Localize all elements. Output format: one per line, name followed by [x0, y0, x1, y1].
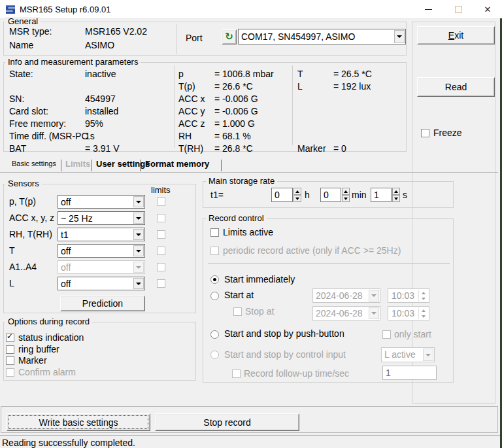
marker-checkbox[interactable] [6, 356, 14, 365]
limits-active-checkbox[interactable] [210, 228, 219, 237]
sn-value: 454997 [85, 94, 116, 104]
accz-label: ACC z [178, 119, 205, 129]
push-button-radio[interactable] [210, 330, 219, 339]
tp-label: T(p) [178, 82, 195, 92]
hours-stepper [293, 188, 301, 202]
free-memory-value: 95% [85, 119, 103, 129]
sensor-l-dropdown[interactable]: off [58, 277, 145, 290]
card-slot-value: installed [85, 107, 118, 116]
tab-basic-settings[interactable]: Basic settings [12, 159, 56, 169]
hours-input[interactable]: 0 [271, 188, 293, 202]
bat-label: BAT [9, 144, 26, 154]
tab-limits: Limits [65, 159, 90, 169]
refresh-port-button[interactable]: ↻ [222, 29, 237, 44]
info-divider-2 [292, 65, 293, 145]
freeze-checkbox[interactable] [421, 129, 429, 137]
info-divider-1 [175, 65, 175, 148]
write-basic-settings-button[interactable]: Write basic settings [7, 413, 150, 431]
sensor-a1a4-limits-checkbox [157, 263, 165, 271]
seconds-input[interactable]: 1 [371, 188, 392, 202]
light-value: = 192 lux [333, 82, 371, 92]
sensor-rh-limits-checkbox [157, 230, 165, 239]
tab-format-memory[interactable]: Format memory [145, 159, 209, 169]
minimize-icon [425, 9, 432, 10]
start-date-value: 2024-06-28 [316, 290, 363, 301]
marker-label: Marker [297, 144, 326, 154]
limits-active-label[interactable]: Limits active [223, 228, 273, 237]
record-control-separator [208, 263, 450, 264]
sensor-t-dropdown-value: off [61, 246, 71, 256]
chevron-down-icon [133, 262, 144, 273]
spin-down-button[interactable] [392, 195, 400, 202]
chevron-down-icon [423, 349, 433, 361]
spin-up-button[interactable] [342, 188, 350, 195]
radio-dot-icon [213, 278, 216, 281]
stop-at-checkbox [233, 307, 242, 316]
sensor-l-limits-checkbox [157, 279, 165, 288]
sensor-acc-dropdown[interactable]: ~ 25 Hz [58, 211, 145, 225]
sensor-l-label: L [9, 279, 14, 288]
status-indication-label[interactable]: status indication [18, 333, 84, 343]
tp-value: = 26.6 *C [214, 82, 253, 92]
close-button[interactable]: ✕ [473, 0, 502, 18]
stop-date-dropdown: 2024-06-28 [312, 306, 380, 320]
trh-label: T(RH) [178, 144, 203, 154]
read-button[interactable]: Read [417, 77, 495, 97]
light-label: L [297, 82, 303, 92]
bat-value: = 3.91 V [85, 144, 120, 154]
start-at-label[interactable]: Start at [224, 290, 254, 300]
minutes-unit-label: min [352, 190, 367, 200]
spin-up-button[interactable] [392, 188, 400, 195]
sensor-rh-dropdown[interactable]: t1 [58, 228, 145, 241]
sensor-rh-label: RH, T(RH) [9, 230, 52, 239]
status-indication-checkbox[interactable]: ✓ [6, 334, 14, 342]
sensor-p-dropdown[interactable]: off [58, 195, 145, 209]
start-at-radio[interactable] [210, 292, 219, 300]
freeze-label[interactable]: Freeze [433, 128, 462, 138]
ring-buffer-checkbox[interactable] [6, 345, 14, 354]
prediction-button[interactable]: Prediction [60, 296, 145, 311]
time-diff-label: Time diff. (MSR-PC [9, 131, 88, 141]
start-immediately-radio[interactable] [210, 275, 219, 284]
control-input-value: L active [384, 349, 416, 360]
sensor-acc-limits-checkbox [157, 214, 165, 222]
port-label: Port [186, 33, 203, 43]
confirm-alarm-checkbox [6, 368, 14, 377]
ring-buffer-label[interactable]: ring buffer [18, 345, 59, 354]
time-stepper-icon [418, 307, 427, 319]
start-immediately-label[interactable]: Start immediately [224, 275, 295, 284]
refresh-icon: ↻ [225, 32, 233, 42]
periodic-record-checkbox [210, 247, 219, 255]
record-followup-input: 1 [382, 366, 437, 380]
minutes-input[interactable]: 0 [320, 188, 341, 202]
sensor-a1a4-dropdown: off [58, 260, 145, 274]
read-button-label: Read [445, 82, 467, 92]
control-input-dropdown: L active [381, 347, 435, 362]
port-dropdown[interactable]: COM17, SN454997, ASIMO [238, 29, 406, 44]
maximize-button[interactable] [443, 0, 473, 18]
push-button-label[interactable]: Start and stop by push-button [224, 329, 344, 339]
t1-label: t1= [210, 190, 224, 200]
stop-at-label: Stop at [245, 307, 274, 317]
name-value: ASIMO [85, 41, 114, 50]
exit-button[interactable]: Exit [417, 26, 495, 44]
msr-type-value: MSR165 V2.02 [85, 27, 147, 37]
sensor-p-limits-checkbox [157, 198, 165, 206]
sensor-t-limits-checkbox [157, 247, 165, 255]
prediction-button-label: Prediction [82, 298, 123, 309]
storage-rate-group-label: Main storage rate [206, 177, 277, 186]
exit-button-label: Exit [448, 30, 463, 41]
tab-user-settings[interactable]: User settings [96, 159, 150, 169]
spin-up-button[interactable] [293, 188, 301, 195]
info-group-label: Info and measurement parameters [5, 58, 141, 67]
minimize-button[interactable] [413, 0, 443, 18]
limits-column-header: limits [151, 185, 171, 195]
marker-option-label[interactable]: Marker [18, 356, 47, 366]
stop-record-button[interactable]: Stop record [155, 413, 299, 431]
record-followup-label: Record follow-up time/sec [244, 369, 349, 379]
close-icon: ✕ [484, 5, 492, 14]
sensor-t-dropdown[interactable]: off [58, 244, 145, 258]
spin-down-button[interactable] [342, 195, 350, 202]
spin-down-button[interactable] [293, 195, 301, 202]
status-bar: Reading successfully completed. [0, 435, 502, 448]
